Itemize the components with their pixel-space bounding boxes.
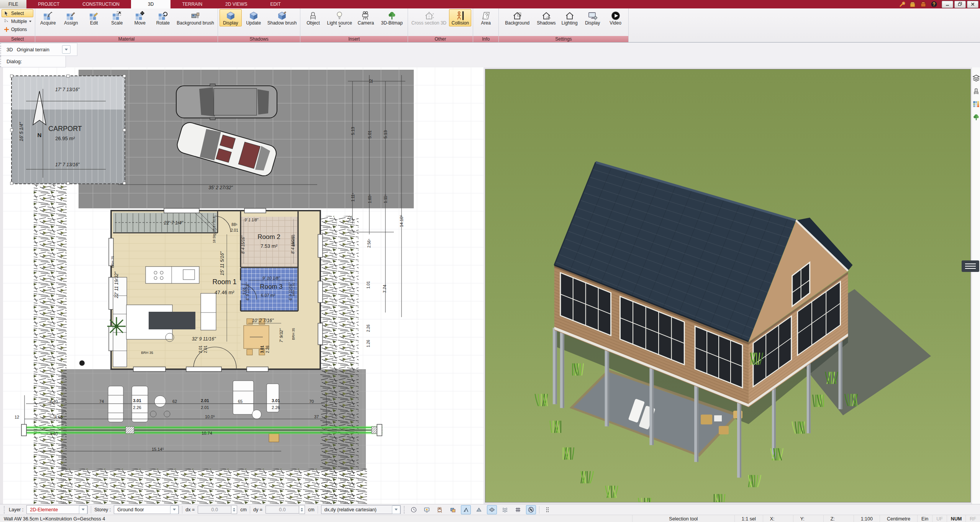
light-bulb-icon [334, 11, 344, 21]
grid-toggle[interactable] [513, 505, 523, 514]
plants-icon[interactable] [972, 113, 980, 121]
edit-button[interactable]: Edit [83, 9, 105, 26]
tab-2d-views[interactable]: 2D VIEWS [214, 0, 259, 8]
storey-select[interactable]: Ground floor [114, 505, 179, 514]
roof-hatch-toggle[interactable] [474, 505, 484, 514]
coordinate-mode-select[interactable]: dx,dy (relative cartesian) [321, 505, 401, 514]
shadow-display-button[interactable]: Display [220, 9, 242, 26]
plan-label: 62 [172, 399, 177, 404]
north-compass-toggle[interactable] [526, 505, 536, 514]
tree-icon [387, 11, 397, 21]
dy-input[interactable]: 0.0 [265, 505, 305, 514]
chevron-down-icon[interactable] [392, 506, 400, 514]
close-button[interactable] [967, 1, 978, 8]
camera-path-toggle[interactable] [435, 505, 445, 514]
dy-input-value[interactable]: 0.0 [265, 506, 299, 514]
floor-tile-toggle[interactable] [487, 505, 497, 514]
time-of-day-toggle[interactable] [409, 505, 419, 514]
minimize-button[interactable] [942, 1, 953, 8]
move-button[interactable]: Move [129, 9, 151, 26]
dy-spinner[interactable] [299, 505, 305, 514]
toolbar-grip[interactable] [4, 506, 6, 514]
select-button[interactable]: Select [2, 9, 33, 17]
selection-handle[interactable] [21, 424, 26, 436]
dx-spinner[interactable] [231, 505, 237, 514]
background-brush-button[interactable]: Background brush [175, 9, 216, 26]
workshop-icon[interactable] [920, 1, 927, 8]
tab-terrain[interactable]: TERRAIN [170, 0, 214, 8]
light-source-button[interactable]: Light source [325, 9, 354, 28]
rotate-button[interactable]: Rotate [152, 9, 174, 26]
tab-file[interactable]: FILE [0, 0, 26, 8]
insert-camera-button[interactable]: Camera [355, 9, 377, 26]
plan-label: 7' 9/32" [279, 328, 284, 343]
help-icon[interactable] [931, 1, 937, 8]
plan-label: 2.01 [203, 345, 208, 353]
multiple-button[interactable]: Multiple [2, 17, 33, 25]
toolbar-grip[interactable] [404, 506, 406, 514]
roof-angle-toggle[interactable] [461, 505, 471, 514]
acquire-button[interactable]: Acquire [37, 9, 59, 26]
dx-input-value[interactable]: 0.0 [198, 506, 231, 514]
area-icon [481, 11, 491, 21]
settings-background-button[interactable]: Background [500, 9, 534, 26]
plan-label: 15.14⁵ [152, 447, 164, 452]
tab-construction[interactable]: CONSTRUCTION [71, 0, 131, 8]
plan-label: 3.01 [133, 398, 141, 403]
view-toolbar-band [0, 43, 980, 56]
furniture-icon[interactable] [972, 87, 980, 95]
plan-label: 10' 2 7/16" [252, 318, 274, 323]
layer-select[interactable]: 2D-Elemente [26, 505, 88, 514]
insert-object-button[interactable]: Object [302, 9, 324, 26]
options-button[interactable]: Options [2, 25, 33, 33]
shadow-brush-button[interactable]: Shadow brush [265, 9, 299, 26]
plan-label: 5.13 [383, 130, 388, 138]
plan-label: N [38, 132, 42, 138]
status-message: Wall AW 36.5cm L=Konstruktion G=Geschoss… [0, 516, 105, 522]
chevron-down-icon[interactable] [62, 45, 70, 54]
plan-label: 9' 10 1/8" [262, 276, 280, 280]
contour-lines-toggle[interactable] [500, 505, 510, 514]
tab-project[interactable]: PROJECT [26, 0, 71, 8]
selection-handle[interactable] [377, 424, 382, 436]
tab-edit[interactable]: EDIT [259, 0, 292, 8]
overflow-dots-icon[interactable] [542, 505, 552, 514]
group-label-select: Select [0, 36, 35, 42]
plan-label: 4.40 [49, 399, 57, 404]
screen-preview-toggle[interactable] [422, 505, 432, 514]
ribbon-group-info: Area Info [473, 8, 499, 42]
layers-icon[interactable] [972, 74, 980, 82]
materials-palette-icon[interactable] [972, 100, 980, 108]
scale-button[interactable]: Scale [106, 9, 128, 26]
images-toggle[interactable] [448, 505, 458, 514]
package-icon[interactable] [909, 1, 916, 8]
tab-3d[interactable]: 3D [131, 0, 170, 8]
assign-button[interactable]: Assign [60, 9, 82, 26]
video-button[interactable]: Video [605, 9, 627, 26]
dx-input[interactable]: 0.0 [198, 505, 237, 514]
2d-plan-viewport[interactable]: CARPORT26.95 m²17' 7 13/16"17' 7 13/16"1… [3, 67, 483, 504]
options-button-label: Options [11, 27, 27, 32]
chevron-down-icon[interactable] [170, 506, 179, 514]
settings-lighting-button[interactable]: Lighting [559, 9, 581, 26]
chevron-down-icon[interactable] [79, 506, 87, 514]
dialog-bar: Dialog: [0, 56, 66, 67]
plan-label: 2.01 [243, 287, 247, 295]
settings-display-button[interactable]: Display [582, 9, 604, 26]
storey-label: Storey : [94, 507, 111, 512]
shadow-update-button[interactable]: Update [243, 9, 265, 26]
area-button[interactable]: Area [475, 9, 497, 26]
tools-icon[interactable] [898, 1, 905, 8]
plan-label: 65 [238, 399, 243, 404]
plan-label: 22' 11 19/32" [114, 272, 119, 299]
select-button-label: Select [11, 11, 24, 16]
cross-section-3d-button[interactable]: Cross section 3D [410, 9, 448, 26]
terrain-select[interactable]: Original terrain [17, 45, 70, 54]
restore-button[interactable] [954, 1, 966, 8]
panel-expand-handle[interactable] [962, 260, 979, 272]
settings-shadows-button[interactable]: Shadows [535, 9, 557, 26]
3d-viewport[interactable] [485, 69, 971, 502]
plan-label: 2.26 [133, 405, 141, 410]
collision-button[interactable]: Collision [449, 9, 471, 26]
insert-3d-bitmap-button[interactable]: 3D-Bitmap [378, 9, 406, 26]
